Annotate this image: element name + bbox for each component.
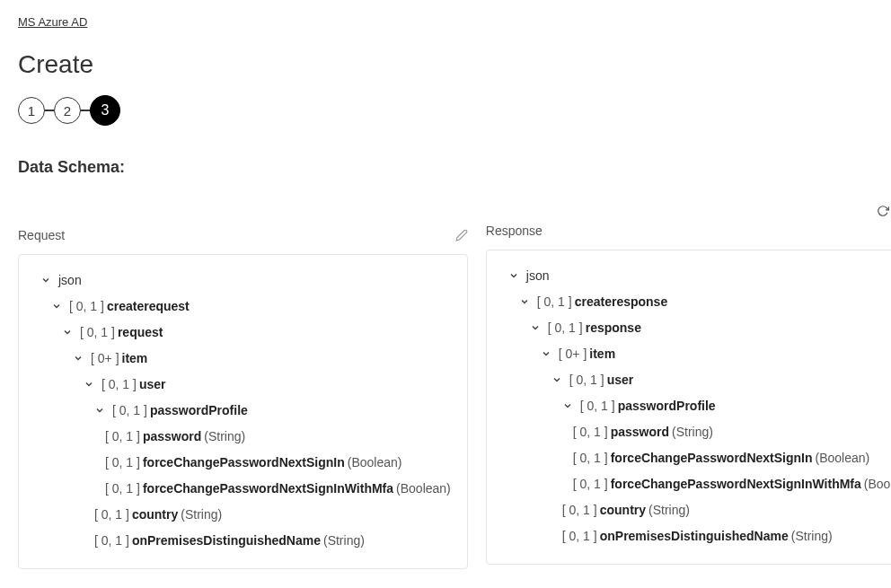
node-name: item bbox=[122, 349, 148, 368]
node-name: forceChangePasswordNextSignIn bbox=[143, 453, 345, 472]
node-name: country bbox=[600, 501, 646, 520]
breadcrumb[interactable]: MS Azure AD bbox=[18, 15, 87, 29]
tree-node[interactable]: json bbox=[503, 263, 891, 289]
response-panel: Refresh Response json [ 0, 1 ] createres… bbox=[486, 204, 891, 569]
tree-node[interactable]: [ 0, 1 ] onPremisesDistinguishedName (St… bbox=[503, 523, 891, 549]
cardinality: [ 0, 1 ] bbox=[562, 501, 597, 520]
node-name: createrequest bbox=[107, 297, 190, 316]
cardinality: [ 0, 1 ] bbox=[94, 531, 129, 550]
tree-node[interactable]: [ 0, 1 ] password (String) bbox=[503, 419, 891, 445]
tree-node[interactable]: [ 0, 1 ] createresponse bbox=[503, 289, 891, 315]
node-type: (String) bbox=[791, 527, 833, 546]
node-name: passwordProfile bbox=[150, 401, 248, 420]
chevron-down-icon bbox=[62, 327, 75, 339]
node-name: onPremisesDistinguishedName bbox=[132, 531, 321, 550]
tree-node[interactable]: json bbox=[35, 268, 451, 294]
cardinality: [ 0, 1 ] bbox=[94, 505, 129, 524]
chevron-down-icon bbox=[551, 374, 564, 387]
request-schema-box: json [ 0, 1 ] createrequest [ 0, 1 ] req… bbox=[18, 254, 468, 569]
cardinality: [ 0, 1 ] bbox=[112, 401, 147, 420]
chevron-down-icon bbox=[94, 405, 107, 417]
cardinality: [ 0, 1 ] bbox=[101, 375, 137, 394]
step-3[interactable]: 3 bbox=[90, 95, 120, 126]
cardinality: [ 0, 1 ] bbox=[573, 449, 608, 468]
request-label: Request bbox=[18, 228, 65, 242]
cardinality: [ 0, 1 ] bbox=[573, 475, 608, 494]
chevron-down-icon bbox=[541, 348, 553, 361]
request-panel: Request json [ 0, 1 ] createrequest [ 0,… bbox=[18, 204, 468, 569]
tree-node[interactable]: [ 0, 1 ] country (String) bbox=[503, 497, 891, 523]
tree-node[interactable]: [ 0, 1 ] user bbox=[35, 372, 451, 398]
page-title: Create bbox=[18, 50, 873, 79]
tree-node[interactable]: [ 0, 1 ] forceChangePasswordNextSignIn (… bbox=[503, 445, 891, 471]
step-2[interactable]: 2 bbox=[54, 97, 81, 124]
chevron-down-icon bbox=[84, 379, 96, 391]
node-type: (String) bbox=[648, 501, 690, 520]
cardinality: [ 0, 1 ] bbox=[105, 427, 140, 446]
tree-node[interactable]: [ 0, 1 ] createrequest bbox=[35, 294, 451, 320]
node-name: onPremisesDistinguishedName bbox=[600, 527, 789, 546]
tree-node[interactable]: [ 0, 1 ] response bbox=[503, 315, 891, 341]
node-name: item bbox=[589, 345, 615, 364]
node-name: request bbox=[118, 323, 163, 342]
cardinality: [ 0, 1 ] bbox=[105, 453, 140, 472]
tree-node[interactable]: [ 0, 1 ] passwordProfile bbox=[35, 398, 451, 424]
tree-node[interactable]: [ 0, 1 ] country (String) bbox=[35, 502, 451, 528]
node-type: (Boolean) bbox=[348, 453, 402, 472]
tree-node[interactable]: [ 0, 1 ] user bbox=[503, 367, 891, 393]
step-connector bbox=[81, 110, 90, 111]
tree-node[interactable]: [ 0+ ] item bbox=[35, 346, 451, 372]
tree-node[interactable]: [ 0, 1 ] password (String) bbox=[35, 424, 451, 450]
tree-node[interactable]: [ 0, 1 ] forceChangePasswordNextSignIn (… bbox=[35, 450, 451, 476]
cardinality: [ 0+ ] bbox=[559, 345, 587, 364]
refresh-button[interactable]: Refresh bbox=[877, 204, 891, 217]
chevron-down-icon bbox=[51, 301, 64, 313]
section-title: Data Schema: bbox=[18, 158, 873, 177]
response-label: Response bbox=[486, 224, 543, 238]
cardinality: [ 0, 1 ] bbox=[105, 479, 140, 498]
tree-node[interactable]: [ 0, 1 ] forceChangePasswordNextSignInWi… bbox=[35, 476, 451, 502]
tree-node-label: json bbox=[58, 271, 82, 290]
cardinality: [ 0, 1 ] bbox=[569, 371, 604, 390]
cardinality: [ 0+ ] bbox=[91, 349, 119, 368]
tree-node[interactable]: [ 0, 1 ] onPremisesDistinguishedName (St… bbox=[35, 528, 451, 554]
node-name: user bbox=[139, 375, 166, 394]
node-name: user bbox=[607, 371, 634, 390]
response-schema-box: json [ 0, 1 ] createresponse [ 0, 1 ] re… bbox=[486, 250, 891, 565]
stepper: 1 2 3 bbox=[18, 95, 873, 126]
chevron-down-icon bbox=[73, 353, 85, 365]
chevron-down-icon bbox=[519, 296, 532, 309]
node-type: (Boolean) bbox=[816, 449, 870, 468]
chevron-down-icon bbox=[40, 275, 53, 287]
node-type: (String) bbox=[181, 505, 222, 524]
cardinality: [ 0, 1 ] bbox=[580, 397, 615, 416]
cardinality: [ 0, 1 ] bbox=[69, 297, 104, 316]
chevron-down-icon bbox=[530, 322, 543, 335]
step-connector bbox=[45, 110, 54, 111]
cardinality: [ 0, 1 ] bbox=[537, 293, 572, 312]
tree-node[interactable]: [ 0, 1 ] passwordProfile bbox=[503, 393, 891, 419]
node-name: createresponse bbox=[575, 293, 668, 312]
node-name: forceChangePasswordNextSignInWithMfa bbox=[143, 479, 393, 498]
node-name: password bbox=[611, 423, 669, 442]
cardinality: [ 0, 1 ] bbox=[548, 319, 583, 338]
cardinality: [ 0, 1 ] bbox=[562, 527, 597, 546]
tree-node[interactable]: [ 0, 1 ] forceChangePasswordNextSignInWi… bbox=[503, 471, 891, 497]
tree-node-label: json bbox=[526, 267, 550, 285]
node-type: (String) bbox=[204, 427, 245, 446]
step-1[interactable]: 1 bbox=[18, 97, 45, 124]
node-type: (String) bbox=[323, 531, 365, 550]
chevron-down-icon bbox=[508, 270, 521, 283]
edit-icon[interactable] bbox=[455, 229, 468, 241]
node-type: (Boolean) bbox=[864, 475, 891, 494]
chevron-down-icon bbox=[562, 400, 575, 413]
node-name: password bbox=[143, 427, 201, 446]
node-name: passwordProfile bbox=[618, 397, 716, 416]
tree-node[interactable]: [ 0+ ] item bbox=[503, 341, 891, 367]
node-type: (Boolean) bbox=[396, 479, 451, 498]
node-name: forceChangePasswordNextSignInWithMfa bbox=[611, 475, 861, 494]
cardinality: [ 0, 1 ] bbox=[80, 323, 115, 342]
node-name: response bbox=[586, 319, 641, 338]
node-name: country bbox=[132, 505, 178, 524]
tree-node[interactable]: [ 0, 1 ] request bbox=[35, 320, 451, 346]
